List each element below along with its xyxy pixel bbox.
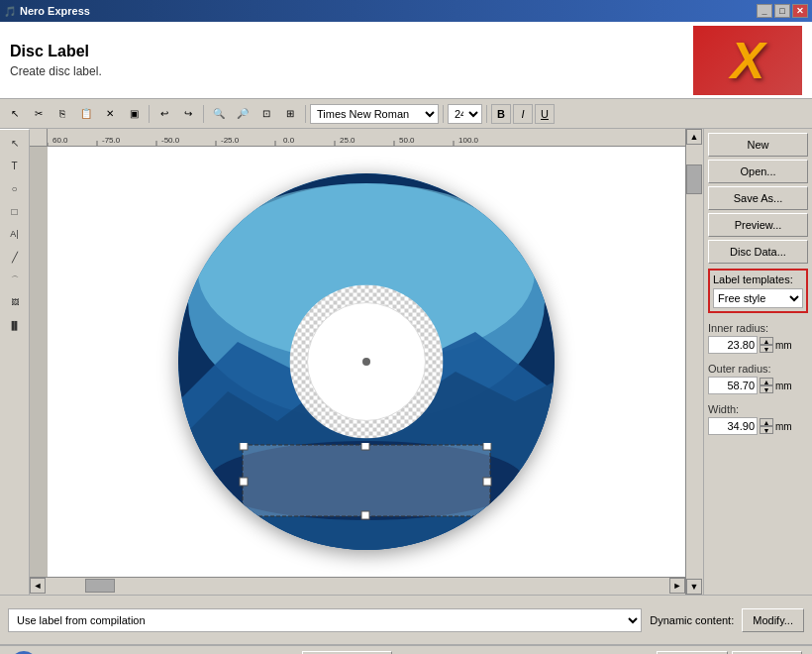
- width-down-button[interactable]: ▼: [760, 426, 773, 434]
- inner-radius-up-button[interactable]: ▲: [760, 337, 773, 345]
- label-template-dropdown[interactable]: Free style: [713, 288, 803, 308]
- window-controls[interactable]: _ □ ✕: [757, 4, 808, 18]
- fit-button[interactable]: ⊡: [255, 103, 277, 125]
- italic-button[interactable]: I: [513, 104, 533, 124]
- right-panel: New Open... Save As... Preview... Disc D…: [703, 129, 812, 595]
- svg-rect-35: [483, 443, 491, 450]
- inner-radius-down-button[interactable]: ▼: [760, 345, 773, 353]
- circle-tool-button[interactable]: ○: [4, 177, 26, 199]
- toolbar-separator-2: [203, 105, 204, 123]
- outer-radius-input[interactable]: [708, 377, 758, 394]
- zoom-in-button[interactable]: 🔍: [208, 103, 230, 125]
- toolbar-separator-4: [443, 105, 444, 123]
- outer-radius-down-button[interactable]: ▼: [760, 385, 773, 393]
- actual-size-button[interactable]: ⊞: [279, 103, 301, 125]
- page-subtitle: Create disc label.: [10, 64, 102, 78]
- svg-text:-50.0: -50.0: [161, 136, 180, 145]
- svg-text:25.0: 25.0: [340, 136, 355, 145]
- rectangle-tool-button[interactable]: □: [4, 200, 26, 222]
- svg-rect-34: [361, 443, 369, 450]
- label-templates-section: Label templates: Free style: [708, 269, 808, 313]
- bottom-toolbar: Use label from compilation Dynamic conte…: [0, 595, 812, 644]
- copy-button[interactable]: ⎘: [51, 103, 73, 125]
- undo-button[interactable]: ↩: [153, 103, 175, 125]
- outer-radius-spin[interactable]: ▲ ▼: [760, 378, 773, 393]
- svg-text:60.0: 60.0: [52, 136, 68, 145]
- zoom-out-button[interactable]: 🔎: [232, 103, 254, 125]
- font-size-select[interactable]: 24: [448, 104, 482, 124]
- minimize-button[interactable]: _: [757, 4, 772, 18]
- outer-radius-unit: mm: [775, 381, 792, 391]
- outer-radius-input-row: ▲ ▼ mm: [708, 377, 808, 394]
- toolbar-separator-1: [149, 105, 150, 123]
- underline-button[interactable]: U: [535, 104, 555, 124]
- scrollbar-horizontal[interactable]: ◄ ►: [30, 577, 685, 595]
- top-toolbar: ↖ ✂ ⎘ 📋 ✕ ▣ ↩ ↪ 🔍 🔎 ⊡ ⊞ Times New Roman …: [0, 99, 812, 129]
- footer: ? More >> ◄ Back Next ►: [0, 644, 812, 654]
- barcode-tool-button[interactable]: ▐▌: [4, 314, 26, 336]
- disc-text-top: Nero LightScribe: [228, 203, 505, 285]
- redo-button[interactable]: ↪: [177, 103, 199, 125]
- disc-text-bottom: Januar 2005: [238, 443, 495, 525]
- arrow-tool-button[interactable]: ↖: [4, 132, 26, 154]
- page-title: Disc Label: [10, 43, 102, 60]
- svg-text:100.0: 100.0: [458, 136, 479, 145]
- header-area: Disc Label Create disc label. X: [0, 22, 812, 99]
- bold-button[interactable]: B: [491, 104, 511, 124]
- svg-text:-75.0: -75.0: [102, 136, 121, 145]
- dynamic-content-label: Dynamic content:: [650, 614, 734, 626]
- inner-radius-input-row: ▲ ▼ mm: [708, 336, 808, 354]
- line-tool-button[interactable]: ╱: [4, 246, 26, 268]
- text-tool-button[interactable]: T: [4, 155, 26, 176]
- delete-button[interactable]: ✕: [99, 103, 121, 125]
- open-button[interactable]: Open...: [708, 160, 808, 183]
- inner-radius-section: Inner radius: ▲ ▼ mm: [708, 322, 808, 354]
- svg-text:50.0: 50.0: [399, 136, 415, 145]
- inner-radius-unit: mm: [775, 340, 792, 351]
- toolbar-separator-3: [305, 105, 306, 123]
- width-unit: mm: [775, 421, 792, 432]
- svg-rect-40: [483, 511, 491, 519]
- width-spin[interactable]: ▲ ▼: [760, 418, 773, 434]
- disc-data-button[interactable]: Disc Data...: [708, 240, 808, 264]
- group-button[interactable]: ▣: [123, 103, 145, 125]
- width-input-row: ▲ ▼ mm: [708, 417, 808, 435]
- width-section: Width: ▲ ▼ mm: [708, 403, 808, 435]
- svg-rect-37: [483, 478, 491, 486]
- paste-button[interactable]: 📋: [75, 103, 97, 125]
- window-title: Nero Express: [20, 5, 90, 17]
- text2-tool-button[interactable]: A|: [4, 223, 26, 245]
- label-templates-title: Label templates:: [713, 273, 803, 285]
- canvas-area[interactable]: 60.0 -75.0 -50.0 -25.0 0.0 25.0 50.0 100…: [30, 129, 703, 595]
- header-text: Disc Label Create disc label.: [10, 43, 102, 78]
- preview-button[interactable]: Preview...: [708, 213, 808, 237]
- inner-radius-spin[interactable]: ▲ ▼: [760, 337, 773, 353]
- close-button[interactable]: ✕: [792, 4, 808, 18]
- outer-radius-up-button[interactable]: ▲: [760, 378, 773, 385]
- outer-radius-section: Outer radius: ▲ ▼ mm: [708, 363, 808, 394]
- image-tool-button[interactable]: 🖼: [4, 291, 26, 313]
- main-area: ↖ T ○ □ A| ╱ ⌒ 🖼 ▐▌ 60.0 -75.0 -50.0 -25…: [0, 129, 812, 595]
- font-name-select[interactable]: Times New Roman: [310, 104, 439, 124]
- svg-rect-39: [361, 511, 369, 519]
- scrollbar-vertical[interactable]: ▲ ▼: [685, 129, 703, 595]
- toolbar-separator-5: [486, 105, 487, 123]
- width-up-button[interactable]: ▲: [760, 418, 773, 426]
- save-as-button[interactable]: Save As...: [708, 186, 808, 210]
- svg-rect-36: [240, 478, 248, 486]
- svg-rect-38: [240, 511, 248, 519]
- canvas-content: Nero LightScribe: [48, 147, 685, 577]
- new-button[interactable]: New: [708, 133, 808, 157]
- header-logo: X: [693, 26, 802, 95]
- disc-container: Nero LightScribe: [178, 173, 555, 550]
- select-tool-button[interactable]: ↖: [4, 103, 26, 125]
- width-label: Width:: [708, 403, 808, 415]
- inner-radius-input[interactable]: [708, 336, 758, 354]
- curved-text-button[interactable]: ⌒: [4, 269, 26, 290]
- width-input[interactable]: [708, 417, 758, 435]
- maximize-button[interactable]: □: [774, 4, 790, 18]
- modify-button[interactable]: Modify...: [742, 608, 804, 632]
- cut-button[interactable]: ✂: [28, 103, 50, 125]
- ruler-horizontal: 60.0 -75.0 -50.0 -25.0 0.0 25.0 50.0 100…: [48, 129, 685, 147]
- compilation-select[interactable]: Use label from compilation: [8, 608, 642, 632]
